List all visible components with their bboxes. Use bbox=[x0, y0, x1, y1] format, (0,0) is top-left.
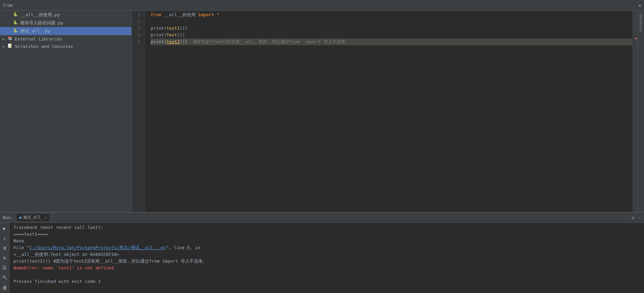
output-line-7 bbox=[14, 271, 640, 278]
editor-area: 12345 from __all__的使用 import *print(test… bbox=[132, 11, 637, 212]
scroll-down-button[interactable]: ↓ bbox=[1, 234, 9, 242]
debug-button[interactable]: ⛏ bbox=[1, 274, 9, 282]
output-text: Traceback (most recent call last): bbox=[14, 225, 103, 230]
sidebar-item-scratches[interactable]: 📝Scratches and Consoles bbox=[0, 43, 131, 50]
output-text: <__all__的使用.Test object at 0x042C6F10> bbox=[14, 252, 119, 257]
sidebar-item-test-all[interactable]: 🐍测试_all_.py bbox=[0, 27, 131, 35]
sidebar-label: External Libraries bbox=[15, 36, 62, 42]
output-line-2: None bbox=[14, 238, 640, 244]
scratch-icon: 📝 bbox=[7, 44, 13, 49]
python-file-icon: 🐍 bbox=[13, 28, 18, 34]
code-line-1[interactable]: from __all__的使用 import * bbox=[151, 11, 633, 18]
output-post: ", line 5, in bbox=[166, 245, 200, 250]
code-line-4[interactable]: print(Test()) bbox=[151, 32, 633, 38]
run-tab-close[interactable]: × bbox=[45, 216, 47, 219]
lib-icon: 📚 bbox=[7, 36, 13, 42]
run-output[interactable]: Traceback (most recent call last):====te… bbox=[9, 223, 644, 293]
python-file-icon: 🐍 bbox=[13, 20, 18, 26]
output-line-5: print(test2()) #因为这个test2没有再__all__里面，所以… bbox=[14, 258, 640, 265]
sidebar-item-external-libs[interactable]: 📚External Libraries bbox=[0, 35, 131, 43]
output-text: ====test1==== bbox=[14, 232, 48, 237]
code-line-2[interactable] bbox=[151, 18, 633, 25]
title-bar-text: from bbox=[3, 3, 12, 8]
bottom-panel: Run: ● 测试_all_ × ⚙ − ▶↓⏸≡☰⛏🗑 Traceback (… bbox=[0, 212, 644, 293]
run-side-toolbar: ▶↓⏸≡☰⛏🗑 Traceback (most recent call last… bbox=[0, 223, 644, 293]
right-gutter bbox=[633, 11, 637, 212]
run-tab[interactable]: ● 测试_all_ × bbox=[17, 214, 49, 221]
line-number-3: 3 bbox=[132, 25, 142, 32]
error-text: NameError: name 'test2' is not defined bbox=[14, 265, 114, 270]
run-minimize-icon[interactable]: − bbox=[639, 215, 641, 220]
title-bar: from × bbox=[0, 0, 644, 11]
run-actions: ▶↓⏸≡☰⛏🗑 bbox=[0, 223, 9, 293]
output-text: Process finished with exit code 1 bbox=[14, 279, 101, 284]
arrow-icon bbox=[3, 45, 7, 48]
run-button[interactable]: ▶ bbox=[1, 224, 9, 232]
menu-button[interactable]: ≡ bbox=[1, 254, 9, 262]
output-line-0: Traceback (most recent call last): bbox=[14, 224, 640, 231]
output-line-4: <__all__的使用.Test object at 0x042C6F10> bbox=[14, 251, 640, 258]
sidebar-label: 测试_all_.py bbox=[20, 28, 50, 34]
sidebar-item-all-py[interactable]: 🐍__all__的使用.py bbox=[0, 11, 131, 19]
arrow-icon bbox=[3, 37, 7, 41]
output-line-6: NameError: name 'test2' is not defined bbox=[14, 265, 640, 271]
output-pre: File " bbox=[14, 245, 29, 250]
code-area[interactable]: from __all__的使用 import *print(test1())pr… bbox=[145, 11, 633, 212]
sidebar-label: 模块导入路径问题.py bbox=[20, 20, 63, 26]
run-toolbar: Run: ● 测试_all_ × ⚙ − bbox=[0, 213, 644, 223]
output-line-1: ====test1==== bbox=[14, 231, 640, 238]
line-number-5: 5 bbox=[132, 38, 142, 45]
code-line-3[interactable]: print(test1()) bbox=[151, 25, 633, 32]
line-number-2: 2 bbox=[132, 18, 142, 25]
line-number-4: 4 bbox=[132, 32, 142, 38]
database-icon[interactable]: Database bbox=[638, 12, 644, 34]
run-settings-icon[interactable]: ⚙ bbox=[632, 215, 634, 220]
sidebar: 🐍__all__的使用.py🐍模块导入路径问题.py🐍测试_all_.py📚Ex… bbox=[0, 11, 132, 212]
editor-content: 12345 from __all__的使用 import *print(test… bbox=[132, 11, 637, 212]
output-line-3: File "C:/Users/Miya.Tan/PycharmProjects/… bbox=[14, 244, 640, 251]
error-mark bbox=[635, 38, 637, 39]
sidebar-label: __all__的使用.py bbox=[20, 12, 60, 18]
output-text: print(test2()) #因为这个test2没有再__all__里面，所以… bbox=[14, 259, 207, 264]
code-line-5[interactable]: print(test2()) #因为这个test2没有再__all__里面，所以… bbox=[151, 38, 633, 45]
main-layout: 🐍__all__的使用.py🐍模块导入路径问题.py🐍测试_all_.py📚Ex… bbox=[0, 11, 644, 212]
list-button[interactable]: ☰ bbox=[1, 264, 9, 272]
line-numbers: 12345 bbox=[132, 11, 145, 212]
sidebar-label: Scratches and Consoles bbox=[15, 44, 73, 49]
file-link[interactable]: C:/Users/Miya.Tan/PycharmProjects/黑马/测试_… bbox=[29, 245, 166, 250]
close-button[interactable]: × bbox=[639, 3, 641, 8]
right-icons-panel: Database bbox=[637, 11, 644, 212]
run-label: Run: bbox=[3, 215, 12, 220]
run-tab-label: 测试_all_ bbox=[23, 215, 43, 220]
pause-button[interactable]: ⏸ bbox=[1, 244, 9, 252]
sidebar-item-import-issue[interactable]: 🐍模块导入路径问题.py bbox=[0, 19, 131, 27]
line-number-1: 1 bbox=[132, 11, 142, 18]
clear-button[interactable]: 🗑 bbox=[1, 284, 9, 292]
python-file-icon: 🐍 bbox=[13, 12, 18, 18]
output-text: None bbox=[14, 238, 24, 243]
output-line-8: Process finished with exit code 1 bbox=[14, 278, 640, 285]
